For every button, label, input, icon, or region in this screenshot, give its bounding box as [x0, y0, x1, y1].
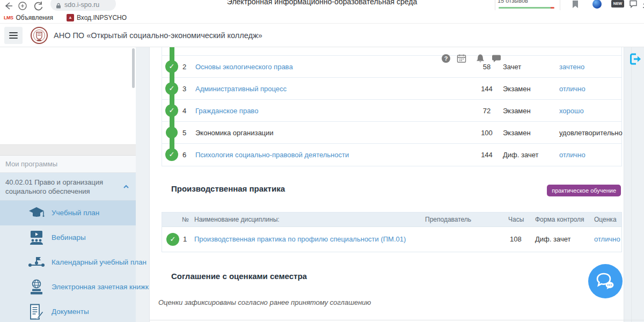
sidebar-item-curriculum[interactable]: Учебный план	[0, 201, 136, 225]
control-form: Зачет	[503, 56, 521, 78]
table-row: ✓ 4 Гражданское право 72 Экзамен хорошо	[162, 100, 621, 122]
table-row-partial	[162, 47, 621, 56]
sidebar-item-label: Учебный план	[52, 201, 99, 225]
document-pen-icon	[27, 303, 46, 320]
inpsycho-logo-icon: ▲	[67, 14, 74, 21]
timeline-flag-icon	[27, 254, 46, 271]
grade-link[interactable]: отлично	[559, 78, 586, 100]
bookmark-flag-icon[interactable]	[572, 0, 579, 9]
calendar-icon[interactable]	[457, 54, 466, 63]
table-row: ✓ 1 Производственная практика по профилю…	[162, 227, 621, 252]
download-icon[interactable]	[642, 0, 644, 9]
address-bar[interactable]: sdo.i-spo.ru	[50, 0, 116, 11]
check-circle-icon: ✓	[165, 104, 178, 117]
sidebar-item-documents[interactable]: Документы	[0, 299, 136, 322]
sidebar-scrollbar[interactable]	[132, 48, 135, 88]
course-link[interactable]: Основы экологического права	[195, 56, 293, 78]
grade-link[interactable]: хорошо	[559, 100, 584, 122]
course-link[interactable]: Психология социально-правовой деятельнос…	[195, 144, 349, 166]
row-number: 3	[182, 78, 186, 100]
table-row: ✓ 6 Психология социально-правовой деятел…	[162, 144, 621, 166]
graduation-cap-icon	[27, 204, 46, 222]
hours-value: 144	[468, 144, 506, 166]
back-icon[interactable]	[3, 1, 14, 11]
row-number: 1	[183, 227, 187, 252]
sidebar-item-webinars[interactable]: Вебинары	[0, 225, 136, 250]
header-teacher: Преподаватель	[425, 213, 471, 227]
college-title: АНО ПО «Открытый социально-экономический…	[54, 24, 262, 47]
practical-training-badge: практическое обучение	[547, 185, 621, 196]
app-header: АНО ПО «Открытый социально-экономический…	[0, 24, 644, 47]
messages-icon[interactable]	[492, 54, 501, 63]
agreement-note: Оценки зафиксированы согласно ранее прин…	[158, 298, 371, 306]
row-number: 5	[182, 122, 186, 144]
browser-window: sdo.i-spo.ru Электронная информационно-о…	[0, 0, 644, 322]
table-header-row: № Наименование дисциплины: Преподаватель…	[162, 213, 621, 227]
browser-logo-icon[interactable]	[592, 0, 602, 9]
control-form: Экзамен	[503, 78, 531, 100]
sidebar-menu: Учебный план Вебинары Календарный учебны…	[0, 201, 136, 322]
rating-widget[interactable]: 15 отзывов	[495, 0, 560, 10]
menu-toggle-button[interactable]	[4, 27, 23, 44]
header-discipline: Наименование дисциплины:	[194, 213, 280, 227]
grade-link[interactable]: отлично	[559, 144, 586, 166]
row-number: 6	[182, 144, 186, 166]
sidebar-top-panel	[0, 47, 136, 145]
grade-link[interactable]: зачтено	[559, 56, 584, 78]
help-icon[interactable]: ?	[442, 54, 450, 63]
browser-tab-title: Электронная информационно-образовательна…	[177, 0, 467, 8]
control-form: Экзамен	[503, 100, 531, 122]
row-number: 2	[182, 56, 186, 78]
check-circle-icon: ✓	[165, 148, 178, 161]
bell-icon[interactable]	[475, 54, 485, 63]
table-row: 5 Экономика организации 100 Экзамен удов…	[162, 122, 621, 144]
logout-icon[interactable]	[628, 52, 643, 67]
chat-bubbles-icon	[595, 272, 616, 290]
check-circle-icon: ✓	[166, 233, 179, 246]
grade-value: удовлетворительно	[559, 122, 623, 144]
bookmark-announcements[interactable]: LMS Объявления	[4, 13, 53, 23]
sidebar-program-toggle[interactable]: 40.02.01 Право и организация социального…	[0, 173, 136, 201]
sidebar-item-label: Документы	[52, 299, 89, 322]
practice-section-title: Производственная практика	[171, 184, 285, 193]
chrome-chat-icon[interactable]	[629, 0, 638, 8]
content-scroll-track[interactable]	[631, 47, 632, 322]
course-link[interactable]: Производственная практика по профилю спе…	[194, 227, 406, 252]
hours-value: 100	[468, 122, 506, 144]
sidebar-item-calendar-plan[interactable]: Календарный учебный план	[0, 250, 136, 275]
practice-table: № Наименование дисциплины: Преподаватель…	[162, 212, 622, 252]
lms-logo-icon: LMS	[4, 15, 13, 20]
sidebar-item-label: Календарный учебный план	[52, 250, 147, 275]
sidebar-divider-strip	[0, 145, 136, 156]
reload-icon[interactable]	[33, 1, 44, 11]
curriculum-table: ✓ 2 Основы экологического права 58 Зачет…	[162, 47, 622, 166]
control-form: Экзамен	[503, 122, 531, 144]
college-logo	[30, 26, 48, 45]
table-row: ✓ 3 Административный процесс 144 Экзамен…	[162, 78, 621, 100]
sidebar-item-gradebook[interactable]: Электронная зачетная книжка	[0, 275, 136, 299]
bookmark-inpsycho[interactable]: ▲ Вход.INPSYCHO	[57, 13, 127, 23]
new-extension-badge[interactable]: NEW	[611, 0, 624, 8]
check-circle-icon: ✓	[165, 60, 178, 73]
globe-books-icon	[27, 279, 46, 296]
row-number: 4	[182, 100, 186, 122]
sidebar: Мои программы 40.02.01 Право и организац…	[0, 47, 136, 322]
sidebar-item-label: Электронная зачетная книжка	[52, 275, 153, 299]
support-chat-button[interactable]	[588, 264, 623, 298]
hours-value: 72	[468, 100, 506, 122]
browser-chrome: sdo.i-spo.ru Электронная информационно-о…	[0, 0, 644, 12]
header-number: №	[182, 213, 189, 227]
control-form: Диф. зачет	[535, 227, 570, 252]
sidebar-item-label: Вебинары	[52, 225, 86, 250]
course-link[interactable]: Гражданское право	[195, 100, 258, 122]
hours-value: 108	[510, 227, 522, 252]
bookmark-label: Объявления	[16, 14, 53, 21]
course-name: Экономика организации	[195, 122, 274, 144]
rating-text: 15 отзывов	[497, 0, 558, 4]
bookmarks-bar: LMS Объявления ▲ Вход.INPSYCHO	[0, 12, 644, 24]
course-link[interactable]: Административный процесс	[195, 78, 287, 100]
extension-circle-icon[interactable]	[17, 1, 28, 11]
grade-link[interactable]: отлично	[594, 227, 620, 252]
url-text: sdo.i-spo.ru	[64, 1, 99, 9]
check-circle-icon: ✓	[165, 82, 178, 95]
